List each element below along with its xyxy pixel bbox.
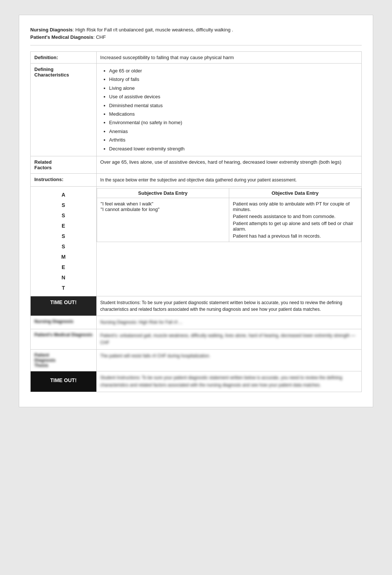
blurred-content-3: The patient will resist falls r/t CHF du…	[96, 350, 361, 371]
patient-medical-line: Patient's Medical Diagnosis: CHF	[30, 34, 362, 41]
nursing-diagnosis-label: Nursing Diagnosis	[30, 27, 73, 33]
nursing-diagnosis-line: Nursing Diagnosis: High Risk for Fall r/…	[30, 26, 362, 34]
related-factors-label: Related Factors	[31, 156, 97, 173]
defining-characteristics-row: Defining Characteristics Age 65 or older…	[31, 64, 362, 156]
header-section: Nursing Diagnosis: High Risk for Fall r/…	[30, 26, 362, 45]
instructions-row: Instructions: In the space below enter t…	[31, 173, 362, 186]
defining-characteristics-content: Age 65 or olderHistory of fallsLiving al…	[96, 64, 361, 156]
blurred-row-1: Nursing Diagnosis Nursing Diagnosis: Hig…	[31, 316, 362, 329]
patient-medical-label: Patient's Medical Diagnosis	[30, 34, 93, 40]
nursing-diagnosis-value: : High Risk for Fall r/t unbalanced gait…	[73, 27, 233, 33]
blurred-label-3-text: Patient Diagnosis Thesis	[34, 353, 93, 368]
list-item: Living alone	[109, 84, 358, 92]
timeout-blurred-2: Student Instructions: To be sure your pa…	[100, 374, 358, 388]
timeout-value-1: Student Instructions: To be sure your pa…	[96, 296, 361, 316]
list-item: History of falls	[109, 75, 358, 84]
list-item: Environmental (no safety in home)	[109, 118, 358, 127]
blurred-value-2: Patient's: unbalanced gait, muscle weakn…	[100, 332, 358, 346]
defining-characteristics-label: Defining Characteristics	[31, 64, 97, 156]
subjective-item-1: "I feel weak when I walk"	[101, 201, 225, 207]
list-item: Anemias	[109, 127, 358, 136]
definition-row: Definition: Increased susceptibility to …	[31, 52, 362, 64]
subjective-item-2: "I cannot ambulate for long"	[101, 207, 225, 212]
blurred-label-2-text: Patient's Medical Diagnosis	[34, 332, 93, 337]
subjective-data-cell: "I feel weak when I walk" "I cannot ambu…	[97, 198, 229, 242]
blurred-label-2: Patient's Medical Diagnosis	[31, 329, 97, 350]
related-factors-value: Over age 65, lives alone, use of assisti…	[96, 156, 361, 173]
blurred-label-3: Patient Diagnosis Thesis	[31, 350, 97, 371]
timeout-label-1: TIME OUT!	[31, 296, 97, 316]
objective-data-cell: Patient was only able to ambulate with P…	[229, 198, 361, 242]
objective-item-3: Patient attempts to get up alone and set…	[233, 221, 357, 232]
assessment-header-row: Subjective Data Entry Objective Data Ent…	[97, 188, 361, 198]
definition-label: Definition:	[31, 52, 97, 64]
characteristics-list: Age 65 or olderHistory of fallsLiving al…	[100, 67, 358, 153]
instructions-label: Instructions:	[31, 173, 97, 186]
list-item: Use of assistive devices	[109, 92, 358, 101]
instructions-value: In the space below enter the subjective …	[96, 173, 361, 186]
assessment-data-row: "I feel weak when I walk" "I cannot ambu…	[97, 198, 361, 242]
objective-item-1: Patient was only able to ambulate with P…	[233, 201, 357, 212]
related-factors-row: Related Factors Over age 65, lives alone…	[31, 156, 362, 173]
assessment-content: Subjective Data Entry Objective Data Ent…	[96, 186, 361, 296]
definition-value: Increased susceptibility to falling that…	[96, 52, 361, 64]
timeout-label-2: TIME OUT!	[31, 371, 97, 392]
blurred-content-2: Patient's: unbalanced gait, muscle weakn…	[96, 329, 361, 350]
list-item: Age 65 or older	[109, 67, 358, 75]
objective-item-4: Patient has had a previous fall in recor…	[233, 233, 357, 239]
list-item: Medications	[109, 110, 358, 118]
main-table: Definition: Increased susceptibility to …	[30, 51, 362, 392]
timeout-row-1: TIME OUT! Student Instructions: To be su…	[31, 296, 362, 316]
patient-medical-value: : CHF	[93, 34, 106, 40]
assessment-letters: A S S E S S M E N T	[31, 186, 97, 296]
list-item: Arthritis	[109, 136, 358, 144]
blurred-content-1: Nursing Diagnosis: High Risk for Fall r/…	[96, 316, 361, 329]
blurred-row-2: Patient's Medical Diagnosis Patient's: u…	[31, 329, 362, 350]
main-page: Nursing Diagnosis: High Risk for Fall r/…	[19, 15, 373, 407]
blurred-label-1: Nursing Diagnosis	[31, 316, 97, 329]
list-item: Diminished mental status	[109, 101, 358, 110]
subjective-header: Subjective Data Entry	[97, 188, 229, 198]
blurred-value-1: Nursing Diagnosis: High Risk for Fall r/…	[100, 319, 358, 326]
blurred-row-3: Patient Diagnosis Thesis The patient wil…	[31, 350, 362, 371]
timeout-row-2: TIME OUT! Student Instructions: To be su…	[31, 371, 362, 392]
assessment-data-table: Subjective Data Entry Objective Data Ent…	[97, 188, 361, 242]
timeout-value-2: Student Instructions: To be sure your pa…	[96, 371, 361, 392]
assessment-row: A S S E S S M E N T Subjective Data Entr…	[31, 186, 362, 296]
blurred-value-3: The patient will resist falls r/t CHF du…	[100, 353, 358, 360]
list-item: Decreased lower extremity strength	[109, 144, 358, 153]
objective-item-2: Patient needs assistance to and from com…	[233, 214, 357, 219]
objective-header: Objective Data Entry	[229, 188, 361, 198]
blurred-label-1-text: Nursing Diagnosis	[34, 319, 93, 324]
